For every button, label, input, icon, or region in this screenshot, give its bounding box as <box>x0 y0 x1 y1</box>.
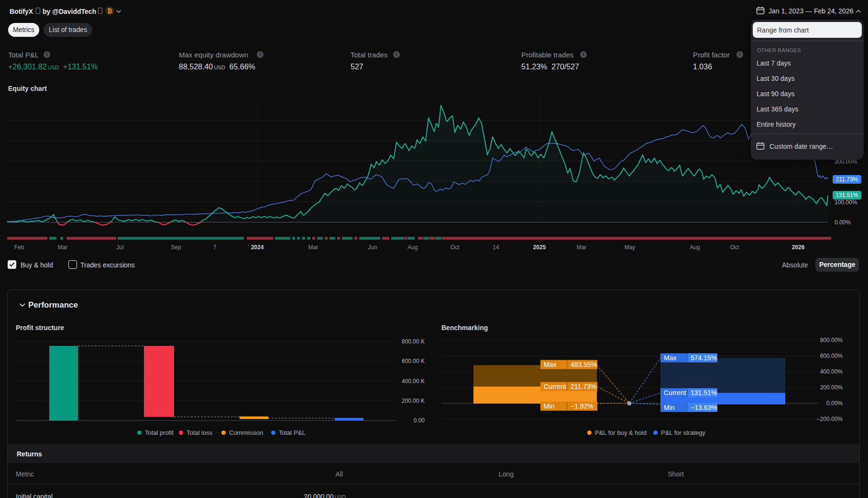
svg-text:131.51%: 131.51% <box>691 389 717 397</box>
svg-text:Min: Min <box>664 404 675 411</box>
svg-text:Max: Max <box>544 361 556 368</box>
svg-text:Max: Max <box>664 354 676 362</box>
svg-text:−200.00%: −200.00% <box>817 416 843 422</box>
svg-text:800.00%: 800.00% <box>820 337 843 343</box>
svg-text:600.00%: 600.00% <box>820 353 843 359</box>
svg-text:200.00%: 200.00% <box>820 384 843 391</box>
svg-text:Current: Current <box>664 389 686 397</box>
svg-text:483.55%: 483.55% <box>571 361 597 368</box>
svg-text:0.00%: 0.00% <box>826 400 843 407</box>
svg-text:211.73%: 211.73% <box>571 383 596 390</box>
svg-text:574.15%: 574.15% <box>691 354 717 362</box>
svg-text:Current: Current <box>544 383 566 390</box>
svg-text:−13.63%: −13.63% <box>691 404 717 411</box>
svg-text:−1.92%: −1.92% <box>571 402 593 410</box>
svg-text:Min: Min <box>544 402 555 410</box>
svg-text:400.00%: 400.00% <box>820 368 843 375</box>
